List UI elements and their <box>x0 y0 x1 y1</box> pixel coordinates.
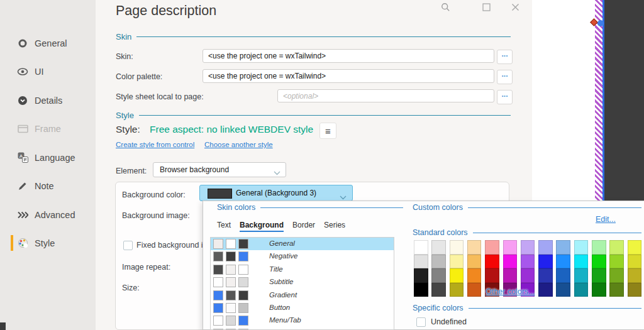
standard-color-cell[interactable] <box>538 255 553 269</box>
skin-color-row-general[interactable]: General <box>211 238 394 250</box>
handle-marker-icon[interactable] <box>597 20 604 26</box>
sidebar-item-details[interactable]: Details <box>0 92 96 108</box>
standard-color-cell[interactable] <box>592 255 606 269</box>
standard-color-cell[interactable] <box>431 240 446 255</box>
other-colors-link[interactable]: Other colors... <box>486 287 535 296</box>
standard-color-cell[interactable] <box>450 283 464 297</box>
standard-color-cell[interactable] <box>485 240 499 255</box>
sidebar-item-ui[interactable]: UI <box>0 63 96 79</box>
skin-color-row-title[interactable]: Title <box>211 263 394 276</box>
row-swatch <box>226 265 236 275</box>
element-select[interactable]: Browser background <box>153 162 286 177</box>
skin-color-row-subtitle[interactable]: Subtitle <box>211 276 394 289</box>
menu-icon[interactable]: ≡ <box>319 123 336 139</box>
standard-color-cell[interactable] <box>431 255 446 269</box>
standard-color-cell[interactable] <box>503 255 518 269</box>
standard-color-cell[interactable] <box>556 240 570 255</box>
standard-color-cell[interactable] <box>521 268 535 283</box>
stylesheet-input[interactable] <box>277 89 494 102</box>
standard-color-cell[interactable] <box>467 255 482 269</box>
standard-color-cell[interactable] <box>414 268 428 283</box>
tab-background[interactable]: Background <box>240 221 284 232</box>
standard-color-cell[interactable] <box>503 240 518 255</box>
row-swatch <box>213 265 223 275</box>
undefined-checkbox[interactable] <box>416 317 426 327</box>
standard-color-cell[interactable] <box>574 255 589 269</box>
sidebar-item-label: Advanced <box>35 210 75 220</box>
style-section-header: Style <box>116 111 511 120</box>
standard-color-cell[interactable] <box>467 268 482 283</box>
standard-color-cell[interactable] <box>538 283 553 297</box>
color-palette-input[interactable] <box>203 69 494 83</box>
standard-color-cell[interactable] <box>450 255 464 269</box>
color-palette-label: Color palette: <box>116 72 162 81</box>
skin-color-row-menu-tab[interactable]: Menu/Tab <box>211 314 394 327</box>
sidebar-item-language[interactable]: ALanguage <box>0 150 96 165</box>
sidebar-item-style[interactable]: Style <box>0 235 96 251</box>
standard-color-cell[interactable] <box>592 268 606 283</box>
standard-color-cell[interactable] <box>609 283 624 297</box>
standard-color-cell[interactable] <box>556 283 570 297</box>
skin-colors-header: Skin colors <box>217 203 403 212</box>
standard-color-cell[interactable] <box>609 255 624 269</box>
fixed-background-checkbox[interactable] <box>123 241 133 250</box>
skin-color-row-gradient[interactable]: Gradient <box>211 289 394 302</box>
standard-color-cell[interactable] <box>414 240 428 255</box>
standard-color-cell[interactable] <box>628 283 642 297</box>
standard-color-cell[interactable] <box>450 268 464 283</box>
standard-color-cell[interactable] <box>521 255 535 269</box>
row-label: Gradient <box>269 291 297 299</box>
search-icon[interactable] <box>439 1 452 13</box>
standard-color-cell[interactable] <box>574 268 589 283</box>
standard-color-cell[interactable] <box>485 255 499 269</box>
standard-color-cell[interactable] <box>450 240 464 255</box>
standard-color-cell[interactable] <box>467 283 482 297</box>
standard-color-cell[interactable] <box>431 283 446 297</box>
standard-color-cell[interactable] <box>609 268 624 283</box>
standard-color-cell[interactable] <box>556 255 570 269</box>
standard-color-cell[interactable] <box>592 283 606 297</box>
sidebar-item-frame[interactable]: Frame <box>0 121 96 136</box>
maximize-icon[interactable] <box>480 1 492 13</box>
tab-border[interactable]: Border <box>292 221 315 232</box>
standard-color-cell[interactable] <box>538 240 553 255</box>
standard-color-cell[interactable] <box>467 240 482 255</box>
standard-color-cell[interactable] <box>574 240 589 255</box>
edit-link[interactable]: Edit... <box>596 215 616 224</box>
background-color-combo[interactable]: General (Background 3) <box>199 185 353 201</box>
sidebar-item-advanced[interactable]: Advanced <box>0 207 96 223</box>
standard-color-cell[interactable] <box>485 268 499 283</box>
style-label: Style: <box>116 124 140 135</box>
color-palette-browse-button[interactable]: ... <box>497 70 513 84</box>
skin-browse-button[interactable]: ... <box>497 50 513 64</box>
sidebar-item-general[interactable]: General <box>0 35 96 51</box>
choose-style-link[interactable]: Choose another style <box>204 141 273 148</box>
tab-text[interactable]: Text <box>217 221 231 232</box>
standard-color-cell[interactable] <box>503 268 518 283</box>
skin-input[interactable] <box>203 49 494 63</box>
standard-color-cell[interactable] <box>556 268 570 283</box>
skin-color-row-negative[interactable]: Negative <box>211 250 394 263</box>
sidebar-item-note[interactable]: Note <box>0 178 96 194</box>
create-style-link[interactable]: Create style from control <box>116 141 194 148</box>
standard-color-cell[interactable] <box>592 240 606 255</box>
standard-color-cell[interactable] <box>609 240 624 255</box>
standard-color-cell[interactable] <box>628 240 642 255</box>
skin-color-row-button[interactable]: Button <box>211 302 394 314</box>
skin-color-row[interactable] <box>211 327 394 330</box>
standard-color-cell[interactable] <box>574 283 589 297</box>
custom-colors-header: Custom colors <box>413 203 641 212</box>
row-swatch <box>213 303 223 313</box>
row-swatch <box>226 239 236 249</box>
standard-color-cell[interactable] <box>538 268 553 283</box>
stylesheet-browse-button[interactable]: ... <box>497 90 513 104</box>
standard-color-cell[interactable] <box>628 268 642 283</box>
standard-color-cell[interactable] <box>414 283 428 297</box>
standard-color-cell[interactable] <box>414 255 428 269</box>
standard-color-cell[interactable] <box>521 240 535 255</box>
standard-color-cell[interactable] <box>431 268 446 283</box>
standard-color-cell[interactable] <box>628 255 642 269</box>
close-icon[interactable] <box>509 1 521 13</box>
translate-icon: A <box>17 152 28 163</box>
tab-series[interactable]: Series <box>324 221 345 232</box>
